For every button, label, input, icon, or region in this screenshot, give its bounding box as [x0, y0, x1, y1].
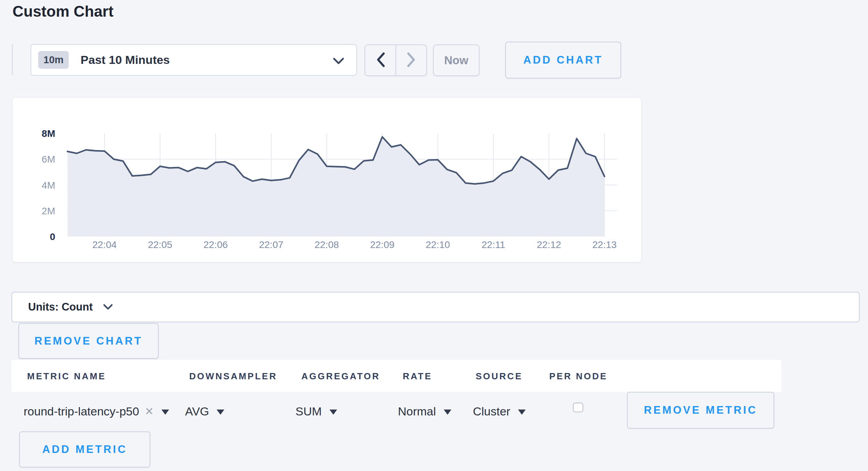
header-per-node: PER NODE [549, 371, 608, 382]
remove-metric-button[interactable]: REMOVE METRIC [627, 392, 774, 429]
chevron-down-icon [103, 304, 113, 312]
chart-card: 02M4M6M8M22:0422:0522:0622:0722:0822:092… [12, 97, 642, 262]
source-value: Cluster [473, 405, 510, 418]
time-nav-group [365, 44, 427, 76]
svg-text:22:06: 22:06 [203, 239, 228, 250]
time-range-badge: 10m [38, 51, 69, 69]
svg-text:22:07: 22:07 [259, 239, 283, 250]
metric-name-select[interactable]: round-trip-latency-p50 ✕ [24, 403, 169, 420]
header-downsampler: DOWNSAMPLER [189, 371, 277, 382]
svg-text:22:04: 22:04 [92, 239, 117, 250]
svg-text:6M: 6M [42, 154, 55, 165]
now-button[interactable]: Now [433, 44, 479, 76]
remove-chart-button[interactable]: REMOVE CHART [18, 323, 159, 359]
add-metric-button[interactable]: ADD METRIC [19, 431, 150, 468]
svg-text:22:13: 22:13 [592, 239, 617, 250]
svg-text:22:09: 22:09 [370, 239, 394, 250]
chevron-left-icon [375, 52, 386, 69]
next-time-button[interactable] [396, 45, 426, 75]
rate-select[interactable]: Normal [398, 403, 451, 420]
caret-down-icon [161, 410, 169, 415]
clear-metric-icon[interactable]: ✕ [145, 405, 154, 418]
units-label: Units: Count [28, 301, 93, 313]
custom-chart-page: Custom Chart 10m Past 10 Minutes Now ADD… [0, 0, 868, 471]
units-select[interactable]: Units: Count [11, 292, 860, 322]
add-chart-button[interactable]: ADD CHART [505, 42, 621, 78]
svg-text:2M: 2M [42, 206, 55, 216]
source-select[interactable]: Cluster [473, 403, 526, 420]
header-aggregator: AGGREGATOR [301, 371, 380, 382]
aggregator-select[interactable]: SUM [295, 403, 337, 420]
svg-text:8M: 8M [42, 128, 55, 139]
metrics-table-header: METRIC NAME DOWNSAMPLER AGGREGATOR RATE … [11, 360, 781, 392]
svg-text:22:10: 22:10 [426, 239, 450, 250]
toolbar-divider [12, 44, 13, 75]
aggregator-value: SUM [295, 405, 322, 418]
svg-text:22:08: 22:08 [315, 239, 339, 250]
prev-time-button[interactable] [365, 45, 396, 75]
caret-down-icon [329, 410, 337, 415]
chevron-right-icon [406, 52, 417, 69]
header-metric-name: METRIC NAME [27, 371, 106, 382]
caret-down-icon [518, 410, 526, 415]
header-rate: RATE [403, 371, 432, 382]
svg-text:0: 0 [50, 231, 55, 242]
chevron-down-icon [333, 57, 344, 66]
time-range-label: Past 10 Minutes [81, 53, 170, 67]
caret-down-icon [217, 410, 224, 415]
per-node-checkbox[interactable] [573, 403, 583, 412]
time-range-select[interactable]: 10m Past 10 Minutes [31, 44, 357, 76]
rate-value: Normal [398, 405, 436, 418]
svg-text:22:05: 22:05 [148, 239, 172, 250]
downsampler-value: AVG [185, 405, 209, 418]
metric-name-value: round-trip-latency-p50 [24, 405, 139, 418]
svg-text:22:12: 22:12 [537, 239, 561, 250]
svg-text:4M: 4M [42, 180, 55, 191]
header-source: SOURCE [476, 371, 523, 382]
timeseries-chart: 02M4M6M8M22:0422:0522:0622:0722:0822:092… [12, 98, 641, 262]
svg-text:22:11: 22:11 [482, 239, 505, 250]
caret-down-icon [444, 410, 451, 415]
downsampler-select[interactable]: AVG [185, 403, 224, 420]
page-title: Custom Chart [12, 3, 114, 20]
